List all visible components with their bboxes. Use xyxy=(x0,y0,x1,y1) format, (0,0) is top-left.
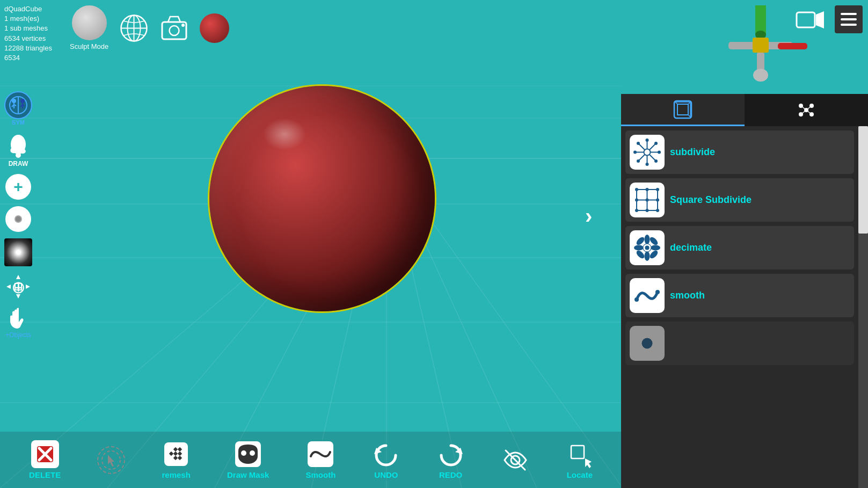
svg-point-128 xyxy=(651,245,660,251)
tab-mesh[interactable] xyxy=(621,94,745,126)
sym-icon xyxy=(4,91,32,119)
nodes-tab-icon xyxy=(797,100,816,120)
svg-point-126 xyxy=(645,251,650,261)
sym-button[interactable]: SYM xyxy=(4,91,32,126)
sym-label: SYM xyxy=(12,119,25,126)
material-preview-button[interactable] xyxy=(200,13,229,43)
triangle-count: 12288 triangles xyxy=(4,43,52,53)
svg-marker-46 xyxy=(108,455,114,467)
panel-tabs xyxy=(621,94,868,126)
svg-rect-64 xyxy=(571,446,584,458)
svg-point-119 xyxy=(635,188,638,191)
scene-info: dQuadCube 1 mesh(es) 1 sub meshes 6534 v… xyxy=(4,4,52,63)
smooth-tool-label: smooth xyxy=(670,290,705,301)
3d-sphere xyxy=(209,86,456,311)
panel-scrollbar[interactable] xyxy=(858,126,868,488)
cursor-button[interactable] xyxy=(97,446,125,474)
redo-button[interactable]: REDO xyxy=(437,440,465,479)
right-panel: subdivide xyxy=(621,94,868,488)
delete-button[interactable]: DELETE xyxy=(29,440,61,479)
brush-preview-icon xyxy=(4,238,32,266)
redo-label: REDO xyxy=(439,470,462,479)
subdivide-tool[interactable]: subdivide xyxy=(625,130,854,174)
top-right-area xyxy=(621,0,868,94)
svg-point-102 xyxy=(646,139,649,142)
tab-nodes[interactable] xyxy=(745,94,868,126)
svg-point-120 xyxy=(656,188,659,191)
svg-rect-77 xyxy=(677,104,688,115)
navigate-right-button[interactable]: › xyxy=(585,204,592,228)
sphere-mesh xyxy=(209,86,435,311)
svg-line-88 xyxy=(801,106,806,110)
move-button[interactable]: ⊕ xyxy=(4,273,32,301)
svg-rect-72 xyxy=(753,38,769,53)
draw-icon xyxy=(4,132,32,160)
svg-line-89 xyxy=(806,106,812,110)
sub-mesh-count: 1 sub meshes xyxy=(4,24,52,33)
globe-button[interactable] xyxy=(119,13,149,43)
smooth-label: Smooth xyxy=(306,470,336,479)
menu-button[interactable] xyxy=(835,5,863,33)
subdivide-icon xyxy=(630,135,665,170)
locate-label: Locate xyxy=(567,470,593,479)
svg-line-91 xyxy=(806,110,812,114)
remesh-icon xyxy=(162,440,190,468)
svg-point-139 xyxy=(642,338,653,349)
dot-button[interactable] xyxy=(5,206,31,232)
square-subdivide-label: Square Subdivide xyxy=(670,194,752,206)
extra-count: 6534 xyxy=(4,53,52,63)
smooth-tool[interactable]: smooth xyxy=(625,274,854,317)
draw-label: DRAW xyxy=(9,160,28,167)
svg-point-127 xyxy=(634,245,644,251)
square-subdivide-tool[interactable]: Square Subdivide xyxy=(625,178,854,222)
remesh-button[interactable]: remesh xyxy=(162,440,191,479)
svg-point-115 xyxy=(646,209,649,212)
camera-rig-icon xyxy=(707,0,814,86)
redo-icon xyxy=(437,440,465,468)
left-sidebar: SYM DRAW + xyxy=(4,91,32,339)
camera-button[interactable] xyxy=(159,13,189,43)
panel-scrollbar-thumb[interactable] xyxy=(858,126,868,234)
menu-line-1 xyxy=(841,13,857,15)
svg-rect-69 xyxy=(755,5,766,35)
svg-point-106 xyxy=(637,142,640,145)
svg-marker-37 xyxy=(16,275,20,279)
camera-icon xyxy=(159,13,189,43)
add-button[interactable]: + xyxy=(5,174,31,200)
locate-button[interactable]: Locate xyxy=(566,440,594,479)
svg-point-20 xyxy=(170,26,179,35)
square-subdivide-icon xyxy=(630,183,665,217)
svg-point-134 xyxy=(645,246,650,250)
add-objects-button[interactable]: +Objects xyxy=(5,307,31,339)
svg-text:⊕: ⊕ xyxy=(11,278,26,297)
svg-point-117 xyxy=(656,199,659,202)
bottom-toolbar: DELETE xyxy=(0,432,623,488)
smooth-button[interactable]: Smooth xyxy=(306,440,336,479)
brush-preview-button[interactable] xyxy=(4,238,32,266)
undo-icon xyxy=(372,440,400,468)
svg-point-125 xyxy=(645,235,650,244)
svg-point-105 xyxy=(658,151,661,154)
svg-point-137 xyxy=(655,290,660,294)
sculpt-circle-icon xyxy=(72,5,107,40)
more-tool-icon xyxy=(630,326,665,361)
draw-button[interactable]: DRAW xyxy=(4,132,32,167)
cursor-icon xyxy=(97,446,125,474)
menu-line-2 xyxy=(841,18,857,20)
svg-marker-67 xyxy=(816,11,824,28)
svg-point-103 xyxy=(646,163,649,166)
sculpt-mode-button[interactable]: Sculpt Mode xyxy=(70,5,108,50)
undo-button[interactable]: UNDO xyxy=(372,440,400,479)
svg-point-136 xyxy=(634,297,639,302)
svg-point-108 xyxy=(654,142,658,145)
delete-label: DELETE xyxy=(29,470,61,479)
more-tool[interactable] xyxy=(625,322,854,365)
draw-mask-button[interactable]: Draw Mask xyxy=(227,440,269,479)
decimate-tool[interactable]: decimate xyxy=(625,226,854,270)
viewport[interactable]: dQuadCube 1 mesh(es) 1 sub meshes 6534 v… xyxy=(0,0,623,488)
app-title: dQuadCube xyxy=(4,4,52,14)
hide-button[interactable] xyxy=(501,446,529,474)
svg-point-116 xyxy=(635,199,638,202)
svg-point-24 xyxy=(12,99,16,103)
svg-marker-40 xyxy=(26,285,30,289)
